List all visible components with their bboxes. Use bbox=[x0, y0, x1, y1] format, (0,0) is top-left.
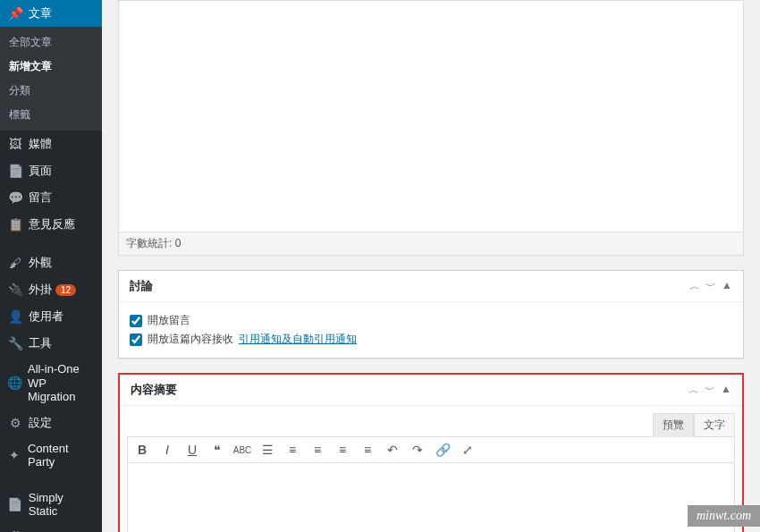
sidebar-item-posts[interactable]: 📌 文章 bbox=[0, 0, 102, 27]
align-right-button[interactable]: ≡ bbox=[359, 441, 376, 459]
sidebar-item-label: Content Party bbox=[28, 442, 95, 469]
plugin-badge: 12 bbox=[55, 284, 76, 296]
submenu-new-post[interactable]: 新增文章 bbox=[0, 55, 102, 79]
admin-sidebar: 📌 文章 全部文章 新增文章 分類 標籤 🖼媒體 📄頁面 💬留言 📋意見反應 🖌… bbox=[0, 0, 102, 532]
toggle-icon[interactable]: ▲ bbox=[722, 279, 732, 294]
pings-help-link[interactable]: 引用通知及自動引用通知 bbox=[239, 332, 357, 347]
discussion-body: 開放留言 開放這篇內容接收 引用通知及自動引用通知 bbox=[119, 302, 743, 358]
move-down-icon[interactable]: ﹀ bbox=[705, 383, 715, 398]
sidebar-item-appearance[interactable]: 🖌外觀 bbox=[0, 249, 102, 276]
sidebar-item-label: 使用者 bbox=[29, 308, 63, 325]
excerpt-box: 内容摘要 ︿ ﹀ ▲ 預覽 文字 B I U ❝ ABC ☰ bbox=[118, 373, 744, 532]
move-up-icon[interactable]: ︿ bbox=[689, 279, 700, 294]
ul-button[interactable]: ☰ bbox=[258, 441, 276, 459]
globe-icon: 🌐 bbox=[7, 375, 22, 391]
watermark: minwt.com bbox=[688, 505, 760, 527]
undo-button[interactable]: ↶ bbox=[384, 441, 401, 459]
allow-comments-row[interactable]: 開放留言 bbox=[130, 311, 732, 330]
sidebar-item-label: 意見反應 bbox=[29, 216, 75, 232]
allow-pings-checkbox[interactable] bbox=[130, 334, 142, 346]
plugin-icon: 🔌 bbox=[7, 282, 23, 298]
word-count-label: 字數統計: bbox=[126, 237, 172, 249]
ol-button[interactable]: ≡ bbox=[283, 441, 301, 459]
move-down-icon[interactable]: ﹀ bbox=[705, 279, 716, 294]
redo-button[interactable]: ↷ bbox=[409, 441, 426, 459]
comment-icon: 💬 bbox=[7, 190, 23, 206]
feedback-icon: 📋 bbox=[7, 216, 23, 232]
submenu-tags[interactable]: 標籤 bbox=[0, 103, 102, 127]
allow-comments-checkbox[interactable] bbox=[130, 315, 142, 327]
sidebar-item-settings[interactable]: ⚙設定 bbox=[0, 410, 102, 436]
doc-icon: 📄 bbox=[7, 496, 23, 512]
sidebar-item-label: 媒體 bbox=[29, 136, 52, 152]
sidebar-item-label: 留言 bbox=[29, 190, 52, 206]
content-editor[interactable] bbox=[118, 0, 744, 232]
sidebar-item-label: All-in-One WP Migration bbox=[28, 362, 95, 404]
allow-pings-row[interactable]: 開放這篇內容接收 引用通知及自動引用通知 bbox=[130, 330, 732, 349]
move-up-icon[interactable]: ︿ bbox=[688, 383, 699, 398]
excerpt-textarea[interactable] bbox=[127, 463, 735, 532]
sidebar-item-media[interactable]: 🖼媒體 bbox=[0, 131, 102, 157]
hammer-icon: 🛠 bbox=[7, 528, 23, 532]
sidebar-item-label: 外掛 bbox=[29, 282, 52, 298]
sidebar-item-simply-static[interactable]: 📄Simply Static bbox=[0, 486, 102, 523]
pin-icon: 📌 bbox=[7, 5, 23, 21]
discussion-box: 討論 ︿ ﹀ ▲ 開放留言 開放這篇內容接收 引用通知及自動引用通知 bbox=[118, 270, 744, 359]
discussion-actions: ︿ ﹀ ▲ bbox=[689, 279, 732, 294]
excerpt-tabs: 預覽 文字 bbox=[127, 413, 735, 437]
submenu-all-posts[interactable]: 全部文章 bbox=[0, 30, 102, 55]
tab-text[interactable]: 文字 bbox=[694, 413, 735, 437]
strike-button[interactable]: ABC bbox=[233, 441, 251, 459]
sidebar-item-migration[interactable]: 🌐All-in-One WP Migration bbox=[0, 357, 102, 410]
sidebar-item-content-party[interactable]: ✦Content Party bbox=[0, 436, 102, 474]
sidebar-item-label: 文章 bbox=[29, 5, 52, 21]
brush-icon: 🖌 bbox=[7, 255, 23, 271]
sidebar-item-label: 頁面 bbox=[29, 163, 52, 179]
wrench-icon: 🔧 bbox=[7, 335, 23, 351]
gear-icon: ⚙ bbox=[7, 415, 23, 431]
sidebar-item-label: 工具 bbox=[29, 335, 52, 351]
word-count-value: 0 bbox=[175, 237, 182, 249]
sidebar-submenu: 全部文章 新增文章 分類 標籤 bbox=[0, 27, 102, 131]
sidebar-item-pages[interactable]: 📄頁面 bbox=[0, 157, 102, 184]
quote-button[interactable]: ❝ bbox=[208, 441, 226, 459]
word-count-bar: 字數統計: 0 bbox=[118, 232, 744, 256]
excerpt-body: 預覽 文字 B I U ❝ ABC ☰ ≡ ≡ ≡ ≡ ↶ ↷ 🔗 bbox=[120, 406, 742, 532]
submenu-categories[interactable]: 分類 bbox=[0, 79, 102, 103]
underline-button[interactable]: U bbox=[183, 441, 201, 459]
italic-button[interactable]: I bbox=[158, 441, 176, 459]
media-icon: 🖼 bbox=[7, 136, 23, 152]
sidebar-item-plugins[interactable]: 🔌外掛12 bbox=[0, 276, 102, 303]
discussion-title: 討論 bbox=[130, 278, 153, 294]
align-left-button[interactable]: ≡ bbox=[308, 441, 326, 459]
star-icon: ✦ bbox=[7, 447, 22, 463]
sidebar-item-tools[interactable]: 🔧工具 bbox=[0, 330, 102, 357]
page-icon: 📄 bbox=[7, 163, 23, 179]
main-content: 字數統計: 0 討論 ︿ ﹀ ▲ 開放留言 開放這篇內容接收 bbox=[102, 0, 760, 532]
sidebar-item-users[interactable]: 👤使用者 bbox=[0, 303, 102, 330]
fullscreen-button[interactable]: ⤢ bbox=[459, 441, 477, 459]
sidebar-item-maintenance[interactable]: 🛠Maintenance bbox=[0, 523, 102, 532]
allow-pings-label: 開放這篇內容接收 bbox=[148, 332, 233, 347]
tab-preview[interactable]: 預覽 bbox=[653, 413, 694, 437]
sidebar-item-feedback[interactable]: 📋意見反應 bbox=[0, 211, 102, 238]
align-center-button[interactable]: ≡ bbox=[334, 441, 351, 459]
discussion-header: 討論 ︿ ﹀ ▲ bbox=[119, 271, 743, 302]
sidebar-item-label: 設定 bbox=[29, 415, 52, 431]
user-icon: 👤 bbox=[7, 308, 23, 325]
allow-comments-label: 開放留言 bbox=[148, 313, 190, 328]
bold-button[interactable]: B bbox=[133, 441, 151, 459]
excerpt-title: 内容摘要 bbox=[131, 382, 177, 398]
excerpt-header: 内容摘要 ︿ ﹀ ▲ bbox=[120, 375, 742, 406]
sidebar-item-comments[interactable]: 💬留言 bbox=[0, 184, 102, 211]
excerpt-actions: ︿ ﹀ ▲ bbox=[688, 383, 731, 398]
sidebar-item-label: Simply Static bbox=[29, 491, 95, 518]
toggle-icon[interactable]: ▲ bbox=[721, 383, 731, 398]
link-button[interactable]: 🔗 bbox=[434, 441, 452, 459]
sidebar-item-label: 外觀 bbox=[29, 255, 52, 271]
excerpt-toolbar: B I U ❝ ABC ☰ ≡ ≡ ≡ ≡ ↶ ↷ 🔗 ⤢ bbox=[127, 436, 735, 463]
